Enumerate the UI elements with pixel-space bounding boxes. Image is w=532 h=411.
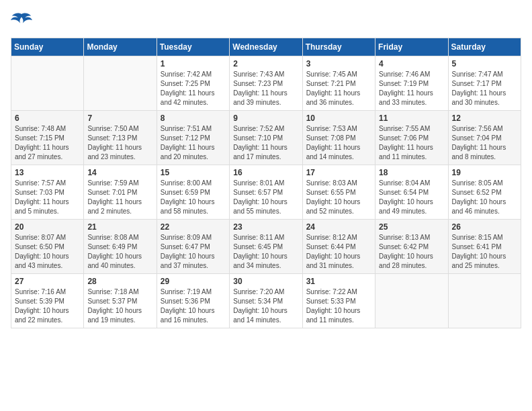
calendar-week-row: 27Sunrise: 7:16 AM Sunset: 5:39 PM Dayli…: [11, 274, 521, 328]
calendar-cell: 21Sunrise: 8:08 AM Sunset: 6:49 PM Dayli…: [84, 220, 157, 274]
calendar-cell: 15Sunrise: 8:00 AM Sunset: 6:59 PM Dayli…: [157, 165, 229, 220]
calendar-cell: 29Sunrise: 7:19 AM Sunset: 5:36 PM Dayli…: [157, 274, 229, 328]
calendar-cell: [84, 56, 157, 111]
calendar-cell: 1Sunrise: 7:42 AM Sunset: 7:25 PM Daylig…: [157, 56, 229, 111]
calendar-cell: 18Sunrise: 8:04 AM Sunset: 6:54 PM Dayli…: [375, 165, 448, 220]
day-info: Sunrise: 7:57 AM Sunset: 7:03 PM Dayligh…: [15, 179, 80, 216]
day-info: Sunrise: 8:12 AM Sunset: 6:44 PM Dayligh…: [306, 233, 371, 271]
calendar-header-row: SundayMondayTuesdayWednesdayThursdayFrid…: [11, 38, 521, 56]
day-info: Sunrise: 8:13 AM Sunset: 6:42 PM Dayligh…: [379, 233, 444, 271]
day-number: 31: [306, 277, 371, 286]
day-info: Sunrise: 7:16 AM Sunset: 5:39 PM Dayligh…: [15, 287, 80, 325]
calendar-cell: 22Sunrise: 8:09 AM Sunset: 6:47 PM Dayli…: [157, 220, 229, 274]
day-info: Sunrise: 7:42 AM Sunset: 7:25 PM Dayligh…: [161, 70, 226, 107]
day-info: Sunrise: 7:51 AM Sunset: 7:12 PM Dayligh…: [161, 124, 226, 162]
day-info: Sunrise: 8:15 AM Sunset: 6:41 PM Dayligh…: [452, 233, 517, 271]
calendar-cell: 9Sunrise: 7:52 AM Sunset: 7:10 PM Daylig…: [230, 111, 302, 165]
calendar-week-row: 6Sunrise: 7:48 AM Sunset: 7:15 PM Daylig…: [11, 111, 521, 165]
day-info: Sunrise: 7:50 AM Sunset: 7:13 PM Dayligh…: [87, 124, 152, 162]
day-number: 30: [233, 277, 298, 286]
column-header-monday: Monday: [84, 38, 157, 56]
calendar-week-row: 13Sunrise: 7:57 AM Sunset: 7:03 PM Dayli…: [11, 165, 521, 220]
day-number: 2: [233, 59, 298, 68]
day-number: 7: [87, 113, 152, 123]
calendar-cell: [448, 274, 521, 328]
calendar-week-row: 1Sunrise: 7:42 AM Sunset: 7:25 PM Daylig…: [11, 56, 521, 111]
day-number: 14: [87, 168, 152, 177]
day-number: 11: [379, 113, 444, 123]
day-info: Sunrise: 8:09 AM Sunset: 6:47 PM Dayligh…: [161, 233, 226, 271]
day-number: 8: [161, 113, 226, 123]
day-number: 18: [379, 168, 444, 177]
calendar-cell: 23Sunrise: 8:11 AM Sunset: 6:45 PM Dayli…: [230, 220, 302, 274]
calendar-cell: 10Sunrise: 7:53 AM Sunset: 7:08 PM Dayli…: [302, 111, 375, 165]
day-info: Sunrise: 8:07 AM Sunset: 6:50 PM Dayligh…: [15, 233, 80, 271]
calendar-cell: 3Sunrise: 7:45 AM Sunset: 7:21 PM Daylig…: [302, 56, 375, 111]
day-number: 20: [15, 222, 80, 232]
calendar-cell: 20Sunrise: 8:07 AM Sunset: 6:50 PM Dayli…: [11, 220, 84, 274]
day-info: Sunrise: 7:52 AM Sunset: 7:10 PM Dayligh…: [233, 124, 298, 162]
page-header: [11, 11, 521, 30]
day-number: 13: [15, 168, 80, 177]
day-number: 24: [306, 222, 371, 232]
day-number: 28: [87, 277, 152, 286]
day-info: Sunrise: 7:43 AM Sunset: 7:23 PM Dayligh…: [233, 70, 298, 107]
calendar-cell: 27Sunrise: 7:16 AM Sunset: 5:39 PM Dayli…: [11, 274, 84, 328]
day-info: Sunrise: 7:59 AM Sunset: 7:01 PM Dayligh…: [87, 179, 152, 216]
day-info: Sunrise: 7:47 AM Sunset: 7:17 PM Dayligh…: [452, 70, 517, 107]
day-info: Sunrise: 8:01 AM Sunset: 6:57 PM Dayligh…: [233, 179, 298, 216]
day-number: 10: [306, 113, 371, 123]
logo: [11, 11, 36, 30]
column-header-saturday: Saturday: [448, 38, 521, 56]
day-info: Sunrise: 8:04 AM Sunset: 6:54 PM Dayligh…: [379, 179, 444, 216]
calendar-cell: 30Sunrise: 7:20 AM Sunset: 5:34 PM Dayli…: [230, 274, 302, 328]
calendar-cell: 25Sunrise: 8:13 AM Sunset: 6:42 PM Dayli…: [375, 220, 448, 274]
day-number: 3: [306, 59, 371, 68]
day-info: Sunrise: 7:46 AM Sunset: 7:19 PM Dayligh…: [379, 70, 444, 107]
day-number: 22: [161, 222, 226, 232]
calendar-cell: 26Sunrise: 8:15 AM Sunset: 6:41 PM Dayli…: [448, 220, 521, 274]
day-number: 21: [87, 222, 152, 232]
column-header-wednesday: Wednesday: [230, 38, 302, 56]
calendar-week-row: 20Sunrise: 8:07 AM Sunset: 6:50 PM Dayli…: [11, 220, 521, 274]
day-info: Sunrise: 7:53 AM Sunset: 7:08 PM Dayligh…: [306, 124, 371, 162]
calendar-cell: 12Sunrise: 7:56 AM Sunset: 7:04 PM Dayli…: [448, 111, 521, 165]
column-header-sunday: Sunday: [11, 38, 84, 56]
day-number: 1: [161, 59, 226, 68]
day-number: 26: [452, 222, 517, 232]
calendar-cell: 16Sunrise: 8:01 AM Sunset: 6:57 PM Dayli…: [230, 165, 302, 220]
calendar-cell: 13Sunrise: 7:57 AM Sunset: 7:03 PM Dayli…: [11, 165, 84, 220]
day-info: Sunrise: 7:18 AM Sunset: 5:37 PM Dayligh…: [87, 287, 152, 325]
day-number: 15: [161, 168, 226, 177]
day-number: 17: [306, 168, 371, 177]
calendar-cell: 5Sunrise: 7:47 AM Sunset: 7:17 PM Daylig…: [448, 56, 521, 111]
day-info: Sunrise: 8:00 AM Sunset: 6:59 PM Dayligh…: [161, 179, 226, 216]
day-number: 12: [452, 113, 517, 123]
day-number: 16: [233, 168, 298, 177]
day-info: Sunrise: 7:45 AM Sunset: 7:21 PM Dayligh…: [306, 70, 371, 107]
day-info: Sunrise: 7:48 AM Sunset: 7:15 PM Dayligh…: [15, 124, 80, 162]
day-info: Sunrise: 8:08 AM Sunset: 6:49 PM Dayligh…: [87, 233, 152, 271]
day-info: Sunrise: 7:22 AM Sunset: 5:33 PM Dayligh…: [306, 287, 371, 325]
calendar-cell: 6Sunrise: 7:48 AM Sunset: 7:15 PM Daylig…: [11, 111, 84, 165]
calendar-cell: 2Sunrise: 7:43 AM Sunset: 7:23 PM Daylig…: [230, 56, 302, 111]
calendar-cell: 7Sunrise: 7:50 AM Sunset: 7:13 PM Daylig…: [84, 111, 157, 165]
day-info: Sunrise: 7:55 AM Sunset: 7:06 PM Dayligh…: [379, 124, 444, 162]
day-number: 29: [161, 277, 226, 286]
calendar-cell: 4Sunrise: 7:46 AM Sunset: 7:19 PM Daylig…: [375, 56, 448, 111]
column-header-tuesday: Tuesday: [157, 38, 229, 56]
calendar-cell: 24Sunrise: 8:12 AM Sunset: 6:44 PM Dayli…: [302, 220, 375, 274]
day-number: 23: [233, 222, 298, 232]
day-number: 5: [452, 59, 517, 68]
column-header-thursday: Thursday: [302, 38, 375, 56]
calendar-cell: 14Sunrise: 7:59 AM Sunset: 7:01 PM Dayli…: [84, 165, 157, 220]
calendar-cell: 17Sunrise: 8:03 AM Sunset: 6:55 PM Dayli…: [302, 165, 375, 220]
day-info: Sunrise: 7:20 AM Sunset: 5:34 PM Dayligh…: [233, 287, 298, 325]
calendar-cell: 8Sunrise: 7:51 AM Sunset: 7:12 PM Daylig…: [157, 111, 229, 165]
day-number: 19: [452, 168, 517, 177]
column-header-friday: Friday: [375, 38, 448, 56]
day-info: Sunrise: 7:56 AM Sunset: 7:04 PM Dayligh…: [452, 124, 517, 162]
calendar-cell: 31Sunrise: 7:22 AM Sunset: 5:33 PM Dayli…: [302, 274, 375, 328]
day-number: 9: [233, 113, 298, 123]
day-info: Sunrise: 8:11 AM Sunset: 6:45 PM Dayligh…: [233, 233, 298, 271]
